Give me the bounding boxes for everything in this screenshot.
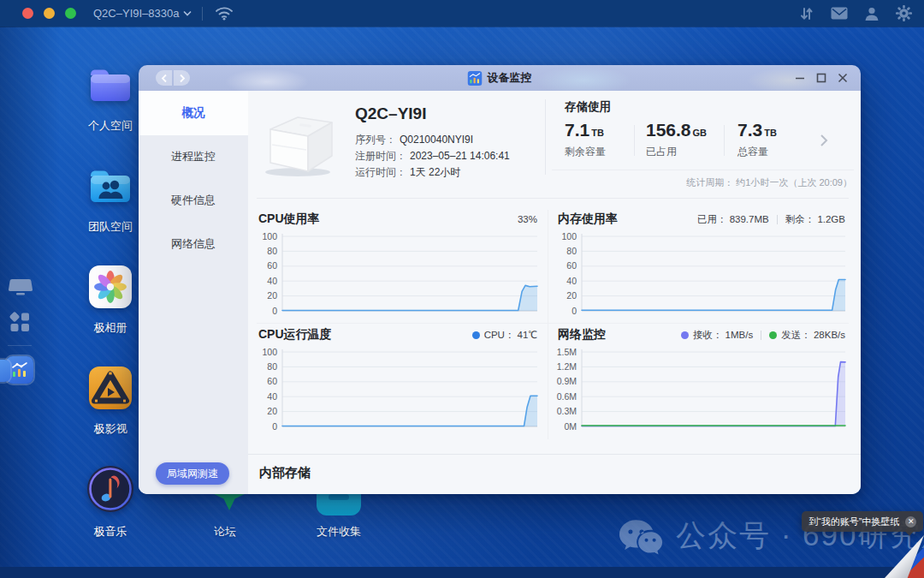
music-app-icon xyxy=(86,464,135,514)
window-titlebar[interactable]: 设备监控 xyxy=(139,65,861,91)
svg-text:1.5M: 1.5M xyxy=(557,347,577,357)
device-name: Q2C–YI9I xyxy=(355,104,426,123)
sidenav: 概况 进程监控 硬件信息 网络信息 局域网测速 xyxy=(139,91,248,494)
chart-plot: 1.5M1.2M0.9M0.6M0.3M0M xyxy=(556,346,849,438)
storage-usage-title: 存储使用 xyxy=(565,99,611,115)
svg-text:40: 40 xyxy=(267,391,277,402)
chart-title: 内存使用率 xyxy=(558,212,618,227)
svg-text:20: 20 xyxy=(566,290,577,301)
svg-text:40: 40 xyxy=(566,276,577,286)
chart-plot: 100806040200 xyxy=(257,346,541,438)
nav-item-network-info[interactable]: 网络信息 xyxy=(139,233,248,255)
svg-text:0.3M: 0.3M xyxy=(557,406,577,416)
nav-item-process-monitor[interactable]: 进程监控 xyxy=(139,146,248,168)
svg-text:0.9M: 0.9M xyxy=(557,376,577,386)
history-nav-buttons xyxy=(156,70,190,86)
desktop-icon-music[interactable] xyxy=(86,464,135,517)
chart-cpu-temperature: CPU运行温度CPU： 41℃ 100806040200 xyxy=(257,325,541,438)
mail-icon[interactable] xyxy=(831,7,848,20)
chevron-left-icon xyxy=(161,74,168,83)
device-monitor-icon xyxy=(468,71,483,86)
svg-text:100: 100 xyxy=(262,347,277,357)
close-icon[interactable] xyxy=(838,73,848,83)
divider xyxy=(552,170,854,170)
lan-speed-test-button[interactable]: 局域网测速 xyxy=(156,462,229,485)
svg-text:100: 100 xyxy=(561,231,577,241)
divider xyxy=(257,198,849,199)
chart-cpu-usage: CPU使用率33% 100806040200 xyxy=(257,210,541,323)
desktop-icon-team-space[interactable] xyxy=(86,166,134,211)
toast-close-icon[interactable]: ✕ xyxy=(905,516,916,527)
window-body: 概况 进程监控 硬件信息 网络信息 局域网测速 xyxy=(139,91,861,494)
desktop-icon-video[interactable] xyxy=(88,366,133,414)
dock-separator xyxy=(8,345,32,346)
bottom-strip xyxy=(0,567,924,578)
partial-app-icon[interactable] xyxy=(0,360,10,382)
minimize-icon[interactable] xyxy=(795,73,805,83)
chart-legend: 已用： 839.7MB剩余： 1.2GB xyxy=(697,213,845,226)
user-icon[interactable] xyxy=(864,6,880,21)
nav-item-hardware-info[interactable]: 硬件信息 xyxy=(139,189,248,212)
app-grid-icon[interactable] xyxy=(9,311,31,337)
desktop-icon-photos[interactable] xyxy=(88,265,133,313)
chevron-down-icon xyxy=(183,10,192,16)
device-photo xyxy=(260,107,339,182)
window-title: 设备监控 xyxy=(468,70,532,86)
close-traffic-light[interactable] xyxy=(22,8,33,19)
device-monitor-window: 设备监控 概况 进程监控 硬件信息 网络信息 局域网测速 xyxy=(139,65,861,494)
internal-storage-title: 内部存储 xyxy=(259,465,311,481)
chevron-right-icon xyxy=(179,74,186,83)
desktop: Q2C–YI9I–8330a xyxy=(0,0,924,578)
divider xyxy=(634,125,635,156)
desktop-icon-label: 团队空间 xyxy=(76,219,145,235)
divider xyxy=(548,210,548,439)
personal-folder-icon xyxy=(86,65,134,106)
overview-content: Q2C–YI9I 序列号：Q0210040NYI9I 注册时间：2023–05–… xyxy=(248,91,861,494)
device-uptime-row: 运行时间：1天 22小时 xyxy=(355,165,460,180)
wifi-icon[interactable] xyxy=(215,6,234,21)
forward-button[interactable] xyxy=(174,70,190,86)
desktop-icon-label: 极相册 xyxy=(76,320,145,336)
svg-text:0M: 0M xyxy=(564,421,577,432)
divider xyxy=(257,323,849,324)
desktop-icon-label: 文件收集 xyxy=(305,524,373,539)
wechat-icon xyxy=(618,515,664,556)
display-icon[interactable] xyxy=(9,277,33,301)
chart-memory-usage: 内存使用率已用： 839.7MB剩余： 1.2GB 100806040200 xyxy=(556,210,849,323)
storage-stat-used: 156.8GB 已占用 xyxy=(646,120,707,159)
svg-text:20: 20 xyxy=(267,406,277,416)
transfer-icon[interactable] xyxy=(799,6,814,21)
desktop-icon-label: 极音乐 xyxy=(76,524,145,539)
svg-text:60: 60 xyxy=(267,260,277,271)
chart-network-monitor: 网络监控接收： 1MB/s发送： 28KB/s 1.5M1.2M0.9M0.6M… xyxy=(556,325,849,438)
menubar-right-icons xyxy=(799,5,912,21)
chart-title: CPU使用率 xyxy=(258,212,320,227)
minimize-traffic-light[interactable] xyxy=(44,8,55,19)
device-serial-row: 序列号：Q0210040NYI9I xyxy=(355,133,473,147)
desktop-icon-label: 论坛 xyxy=(191,524,259,539)
device-name-menu[interactable]: Q2C–YI9I–8330a xyxy=(93,7,192,20)
svg-text:0.6M: 0.6M xyxy=(557,391,577,402)
svg-text:60: 60 xyxy=(267,376,277,386)
fullscreen-traffic-light[interactable] xyxy=(65,8,76,19)
divider xyxy=(724,125,725,156)
svg-text:80: 80 xyxy=(566,246,577,256)
chart-legend: CPU： 41℃ xyxy=(472,329,537,342)
photos-app-icon xyxy=(88,265,133,309)
maximize-icon[interactable] xyxy=(816,73,826,83)
desktop-icon-label: 极影视 xyxy=(76,421,145,437)
wallpaper-corner-curl[interactable] xyxy=(885,535,924,578)
settings-gear-icon[interactable] xyxy=(896,5,912,21)
divider xyxy=(248,454,861,455)
nav-item-overview[interactable]: 概况 xyxy=(139,91,248,135)
divider xyxy=(545,99,546,175)
storage-detail-chevron-icon[interactable] xyxy=(820,134,828,151)
chart-title: CPU运行温度 xyxy=(258,327,332,343)
desktop-icon-personal-space[interactable] xyxy=(86,65,134,110)
svg-text:0: 0 xyxy=(272,421,277,432)
device-name-label: Q2C–YI9I–8330a xyxy=(93,7,179,20)
wallpaper-toast: 到“我的账号”中换壁纸 ✕ xyxy=(802,511,923,532)
svg-text:80: 80 xyxy=(267,246,277,256)
back-button[interactable] xyxy=(156,70,172,86)
desktop-icon-label: 个人空间 xyxy=(76,118,145,134)
